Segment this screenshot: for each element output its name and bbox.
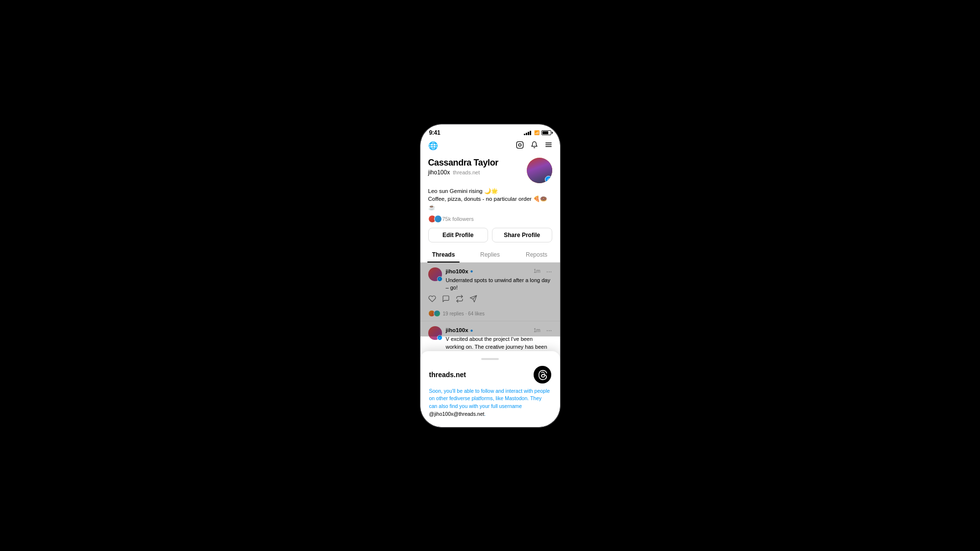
status-bar: 9:41 📶 [420, 124, 560, 138]
share-button[interactable] [469, 295, 477, 304]
profile-domain: threads.net [453, 169, 480, 175]
wifi-icon: 📶 [534, 130, 539, 135]
phone-device: 9:41 📶 🌐 [420, 124, 560, 427]
tab-replies[interactable]: Replies [467, 247, 514, 262]
signal-icon [524, 130, 531, 135]
bottom-sheet-overlay: threads.net Soon, you'll be able to foll… [420, 336, 560, 427]
bio-line1: Leo sun Gemini rising 🌙🌟 [428, 187, 552, 195]
follower-avatar-2 [434, 215, 442, 223]
thread-item: ✓ jiho100x ● 1m ··· Underrated spots to … [420, 263, 560, 322]
edit-profile-button[interactable]: Edit Profile [428, 228, 489, 242]
profile-bio: Leo sun Gemini rising 🌙🌟 Coffee, pizza, … [428, 187, 552, 212]
battery-icon [541, 130, 551, 135]
thread-avatar: ✓ [428, 267, 442, 281]
thread-username[interactable]: jiho100x [446, 327, 468, 333]
globe-icon[interactable]: 🌐 [428, 142, 438, 150]
tab-threads[interactable]: Threads [420, 247, 467, 262]
avatar: ✓ [527, 158, 552, 183]
profile-username: jiho100x [428, 169, 450, 176]
thread-verified-badge: ✓ [437, 276, 442, 282]
thread-time: 1m [534, 268, 540, 274]
bottom-sheet[interactable]: threads.net Soon, you'll be able to foll… [420, 351, 560, 427]
sheet-title: threads.net [429, 371, 466, 379]
sheet-body-text: Soon, you'll be able to follow and inter… [429, 388, 550, 409]
header-left[interactable]: 🌐 [428, 141, 438, 150]
repost-button[interactable] [456, 295, 464, 304]
thread-user-row: jiho100x ● 1m ··· [446, 267, 552, 275]
profile-buttons: Edit Profile Share Profile [428, 228, 552, 242]
thread-header: ✓ jiho100x ● 1m ··· Underrated spots to … [428, 267, 552, 292]
profile-username-row: jiho100x threads.net [428, 169, 527, 176]
like-button[interactable] [428, 295, 436, 304]
menu-icon[interactable] [545, 141, 552, 150]
thread-time: 1m [534, 328, 540, 333]
profile-name: Cassandra Taylor [428, 158, 527, 168]
svg-rect-0 [516, 142, 523, 148]
instagram-icon[interactable] [516, 141, 524, 151]
profile-followers[interactable]: 75k followers [428, 215, 552, 223]
feed: ✓ jiho100x ● 1m ··· Underrated spots to … [420, 263, 560, 427]
thread-actions [428, 295, 552, 308]
threads-logo [534, 366, 551, 383]
bell-icon[interactable] [531, 141, 538, 150]
sheet-body: Soon, you'll be able to follow and inter… [429, 387, 551, 418]
share-profile-button[interactable]: Share Profile [492, 228, 552, 242]
followers-count: 75k followers [442, 216, 474, 222]
thread-body: jiho100x ● 1m ··· Underrated spots to un… [446, 267, 552, 292]
sheet-handle [481, 358, 499, 360]
profile-info: Cassandra Taylor jiho100x threads.net [428, 158, 527, 176]
thread-left: ✓ jiho100x ● 1m ··· Underrated spots to … [428, 267, 552, 292]
thread-username[interactable]: jiho100x [446, 268, 468, 274]
sheet-mention: @jiho100x@threads.net [429, 411, 485, 417]
thread-stats-text: 19 replies · 64 likes [443, 311, 485, 316]
sheet-header: threads.net [429, 366, 551, 383]
status-time: 9:41 [429, 129, 441, 136]
status-icons: 📶 [524, 130, 551, 135]
thread-content: Underrated spots to unwind after a long … [446, 277, 552, 292]
verified-badge: ✓ [545, 176, 552, 183]
bio-line2: Coffee, pizza, donuts - no particular or… [428, 195, 552, 211]
profile-tabs: Threads Replies Reposts [420, 247, 560, 263]
stat-avatar-2 [434, 310, 441, 317]
svg-point-1 [518, 144, 521, 146]
thread-more-button[interactable]: ··· [546, 267, 552, 275]
thread-user-row: jiho100x ● 1m ··· [446, 326, 552, 334]
svg-point-2 [521, 143, 522, 144]
reply-button[interactable] [442, 295, 450, 304]
header-right [516, 141, 552, 151]
phone-screen: 9:41 📶 🌐 [420, 124, 560, 427]
follower-avatars [428, 215, 440, 223]
profile-top: Cassandra Taylor jiho100x threads.net ✓ [428, 158, 552, 183]
app-header: 🌐 [420, 138, 560, 154]
profile-section: Cassandra Taylor jiho100x threads.net ✓ … [420, 154, 560, 242]
thread-more-button[interactable]: ··· [546, 326, 552, 334]
stat-avatars [428, 310, 439, 317]
tab-reposts[interactable]: Reposts [514, 247, 560, 262]
thread-stats: 19 replies · 64 likes [428, 308, 552, 321]
